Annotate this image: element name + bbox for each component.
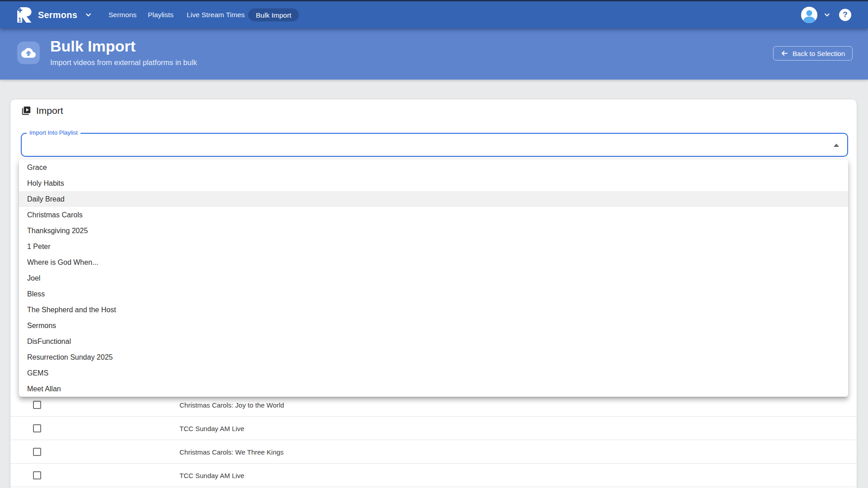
page-header: Bulk Import Import videos from external … bbox=[0, 28, 868, 80]
row-checkbox[interactable] bbox=[33, 471, 41, 479]
menu-item-grace[interactable]: Grace bbox=[19, 160, 848, 175]
menu-item-holy-habits[interactable]: Holy Habits bbox=[19, 175, 848, 191]
menu-item-resurrection-sunday-2025[interactable]: Resurrection Sunday 2025 bbox=[19, 349, 848, 365]
table-row: TCC Sunday AM Live bbox=[10, 464, 857, 487]
menu-item-sermons[interactable]: Sermons bbox=[19, 318, 848, 333]
caret-up-icon bbox=[834, 144, 839, 147]
help-icon[interactable]: ? bbox=[839, 9, 851, 21]
row-checkbox[interactable] bbox=[33, 401, 41, 409]
menu-item-the-shepherd-and-the-host[interactable]: The Shepherd and the Host bbox=[19, 302, 848, 318]
nav-link-bulk-import-active[interactable]: Bulk Import bbox=[248, 8, 299, 21]
app-logo-icon[interactable]: 1 bbox=[15, 6, 32, 23]
playlist-dropdown-menu: Grace Holy Habits Daily Bread Christmas … bbox=[19, 160, 848, 397]
row-checkbox[interactable] bbox=[33, 424, 41, 432]
card-heading: Import bbox=[21, 105, 63, 116]
menu-item-gems[interactable]: GEMS bbox=[19, 365, 848, 381]
menu-item-disfunctional[interactable]: DisFunctional bbox=[19, 333, 848, 349]
menu-item-where-is-god-when[interactable]: Where is God When... bbox=[19, 254, 848, 270]
user-avatar[interactable] bbox=[801, 7, 817, 23]
window-top-strip bbox=[0, 0, 868, 1]
video-table: Christmas Carols: Joy to the World TCC S… bbox=[10, 393, 857, 487]
menu-item-bless[interactable]: Bless bbox=[19, 286, 848, 302]
arrow-left-icon bbox=[781, 50, 788, 57]
svg-text:1: 1 bbox=[18, 17, 21, 23]
video-title: TCC Sunday AM Live bbox=[179, 424, 244, 432]
video-title: Christmas Carols: We Three Kings bbox=[179, 448, 283, 455]
nav-link-live-stream-times[interactable]: Live Stream Times bbox=[187, 11, 245, 19]
playlist-field-label: Import Into Playlist bbox=[27, 129, 80, 136]
row-checkbox[interactable] bbox=[33, 448, 41, 456]
menu-item-christmas-carols[interactable]: Christmas Carols bbox=[19, 207, 848, 223]
card-heading-label: Import bbox=[36, 105, 63, 116]
header-icon-tile bbox=[17, 42, 40, 64]
video-title: TCC Sunday AM Live bbox=[179, 471, 244, 479]
nav-link-playlists[interactable]: Playlists bbox=[148, 11, 174, 19]
back-to-selection-button[interactable]: Back to Selection bbox=[773, 46, 853, 61]
back-button-label: Back to Selection bbox=[793, 50, 845, 57]
user-menu-chevron-icon[interactable] bbox=[824, 11, 830, 18]
menu-item-daily-bread[interactable]: Daily Bread bbox=[19, 191, 848, 207]
table-row: TCC Sunday AM Live bbox=[10, 417, 857, 440]
nav-link-sermons[interactable]: Sermons bbox=[108, 11, 137, 19]
navbar: 1 Sermons Sermons Playlists Live Stream … bbox=[0, 1, 868, 28]
menu-item-thanksgiving-2025[interactable]: Thanksgiving 2025 bbox=[19, 223, 848, 239]
app-switcher-chevron-icon[interactable] bbox=[85, 11, 92, 18]
menu-item-1-peter[interactable]: 1 Peter bbox=[19, 239, 848, 254]
playlist-select[interactable] bbox=[21, 133, 848, 157]
person-avatar-icon bbox=[801, 7, 817, 23]
menu-item-meet-allan[interactable]: Meet Allan bbox=[19, 381, 848, 397]
video-title: Christmas Carols: Joy to the World bbox=[179, 401, 284, 408]
cloud-upload-icon bbox=[21, 46, 36, 60]
app-name[interactable]: Sermons bbox=[38, 9, 77, 20]
page-subtitle: Import videos from external platforms in… bbox=[50, 58, 197, 67]
video-library-icon bbox=[21, 106, 31, 116]
table-row: Christmas Carols: We Three Kings bbox=[10, 440, 857, 464]
import-card: Import Import Into Playlist Grace Holy H… bbox=[10, 99, 857, 488]
menu-item-joel[interactable]: Joel bbox=[19, 270, 848, 286]
page-title: Bulk Import bbox=[50, 38, 136, 55]
